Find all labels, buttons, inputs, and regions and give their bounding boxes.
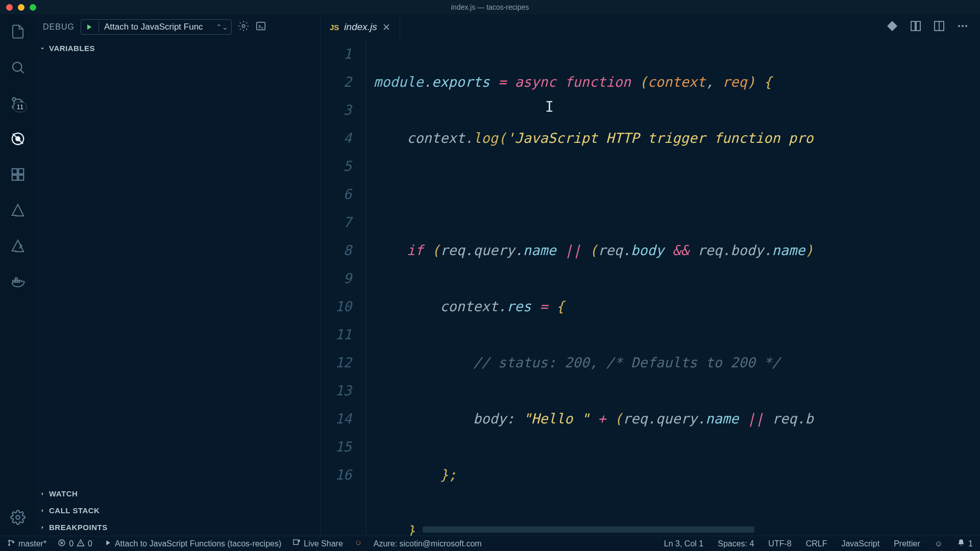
extensions-icon[interactable]	[10, 166, 26, 183]
encoding-status[interactable]: UTF-8	[768, 539, 791, 548]
svg-point-24	[9, 544, 10, 545]
code-content[interactable]: module.exports = async function (context…	[366, 40, 980, 536]
text-cursor: 𝙸	[545, 100, 554, 114]
close-tab-button[interactable]: ✕	[382, 21, 390, 33]
svg-point-14	[16, 515, 20, 519]
chevron-right-icon	[39, 524, 46, 531]
liveshare-status-icon	[292, 539, 301, 549]
notifications-button[interactable]: 1	[957, 539, 973, 549]
svg-point-21	[962, 25, 964, 27]
svg-point-5	[15, 136, 20, 141]
problems-status[interactable]: 0 0	[58, 539, 92, 549]
flame-icon	[354, 539, 362, 549]
variables-panel-body	[36, 57, 320, 485]
start-debug-button[interactable]	[84, 22, 93, 32]
maximize-window-button[interactable]	[30, 4, 36, 11]
svg-point-23	[9, 540, 10, 541]
svg-rect-16	[257, 22, 265, 30]
bell-icon	[957, 539, 965, 549]
warning-icon	[77, 539, 85, 549]
window-title: index.js — tacos-recipes	[451, 3, 529, 11]
code-editor[interactable]: 12345678910111213141516 module.exports =…	[321, 40, 980, 536]
status-bar: master* 0 0 Attach to JavaScript Functio…	[0, 536, 980, 551]
more-actions-icon[interactable]	[957, 20, 969, 34]
breakpoints-panel-header[interactable]: BREAKPOINTS	[36, 519, 320, 536]
liveshare-status[interactable]: Live Share	[292, 539, 343, 549]
watch-panel-header[interactable]: WATCH	[36, 485, 320, 502]
svg-rect-6	[12, 169, 17, 174]
editor-group: JS index.js ✕ 12345678910111213141516 mo…	[321, 14, 980, 536]
callstack-panel-header[interactable]: CALL STACK	[36, 502, 320, 519]
azure-account-status[interactable]: Azure: sicotin@microsoft.com	[374, 539, 482, 548]
chevron-updown-icon: ⌃⌄	[216, 23, 228, 31]
language-mode[interactable]: JavaScript	[841, 539, 879, 548]
svg-rect-27	[293, 540, 298, 544]
branch-name: master*	[18, 539, 46, 548]
close-window-button[interactable]	[6, 4, 13, 11]
svg-rect-11	[15, 281, 17, 283]
launch-config-name: Attach to JavaScript Func	[99, 22, 211, 32]
svg-rect-18	[916, 21, 920, 31]
formatter-status[interactable]: Prettier	[894, 539, 920, 548]
debug-settings-gear-icon[interactable]	[238, 20, 249, 34]
tab-bar: JS index.js ✕	[321, 14, 980, 40]
launch-text: Attach to JavaScript Functions (tacos-re…	[115, 539, 281, 548]
warning-count: 0	[88, 539, 92, 548]
svg-rect-8	[18, 175, 23, 180]
line-gutter: 12345678910111213141516	[321, 40, 366, 536]
main-area: 11 DEBUG Attach to JavaScript F	[0, 14, 980, 536]
variables-panel-title: VARIABLES	[49, 44, 95, 53]
error-icon	[58, 539, 66, 549]
window-controls	[6, 4, 36, 11]
error-count: 0	[69, 539, 74, 548]
js-file-icon: JS	[330, 23, 339, 32]
tab-index-js[interactable]: JS index.js ✕	[321, 14, 400, 40]
minimize-window-button[interactable]	[18, 4, 24, 11]
svg-point-20	[958, 25, 960, 27]
launch-config-selector[interactable]: Attach to JavaScript Func ⌃⌄	[81, 19, 232, 35]
debug-console-icon[interactable]	[255, 20, 266, 34]
titlebar: index.js — tacos-recipes	[0, 0, 980, 14]
search-icon[interactable]	[10, 59, 26, 76]
debug-toolbar: DEBUG Attach to JavaScript Func ⌃⌄	[36, 14, 320, 40]
azure-functions-status[interactable]	[354, 539, 362, 549]
liveshare-icon[interactable]	[10, 238, 26, 254]
scm-badge: 11	[13, 102, 27, 112]
feedback-icon[interactable]: ☺	[935, 539, 943, 548]
breakpoints-panel-title: BREAKPOINTS	[49, 523, 108, 532]
liveshare-text: Live Share	[304, 539, 343, 548]
activity-bar: 11	[0, 14, 36, 536]
azure-icon[interactable]	[10, 202, 26, 218]
debug-icon[interactable]	[10, 131, 26, 147]
split-editor-icon[interactable]	[933, 20, 945, 34]
debug-sidebar: DEBUG Attach to JavaScript Func ⌃⌄ VARIA…	[36, 14, 321, 536]
chevron-right-icon	[39, 490, 46, 497]
svg-rect-7	[12, 175, 17, 180]
svg-point-0	[13, 62, 22, 71]
svg-rect-17	[911, 21, 915, 31]
eol-status[interactable]: CRLF	[806, 539, 827, 548]
source-control-icon[interactable]: 11	[10, 95, 26, 111]
svg-point-22	[965, 25, 967, 27]
chevron-down-icon	[39, 45, 46, 52]
indentation-status[interactable]: Spaces: 4	[718, 539, 754, 548]
horizontal-scrollbar[interactable]	[423, 527, 754, 533]
notification-count: 1	[968, 539, 973, 548]
explorer-icon[interactable]	[10, 23, 26, 40]
docker-icon[interactable]	[10, 273, 26, 290]
svg-point-15	[242, 24, 245, 28]
variables-panel-header[interactable]: VARIABLES	[36, 40, 320, 57]
git-branch-status[interactable]: master*	[7, 539, 46, 549]
azure-text: Azure: sicotin@microsoft.com	[374, 539, 482, 548]
settings-gear-icon[interactable]	[10, 509, 26, 525]
svg-point-1	[12, 97, 15, 101]
color-theme-icon[interactable]	[886, 20, 898, 34]
svg-rect-10	[13, 281, 15, 283]
play-icon	[104, 539, 112, 549]
launch-status[interactable]: Attach to JavaScript Functions (tacos-re…	[104, 539, 281, 549]
debug-label: DEBUG	[43, 22, 75, 32]
editor-actions	[886, 20, 980, 34]
cursor-position[interactable]: Ln 3, Col 1	[664, 539, 703, 548]
chevron-right-icon	[39, 507, 46, 514]
diff-icon[interactable]	[910, 20, 922, 34]
